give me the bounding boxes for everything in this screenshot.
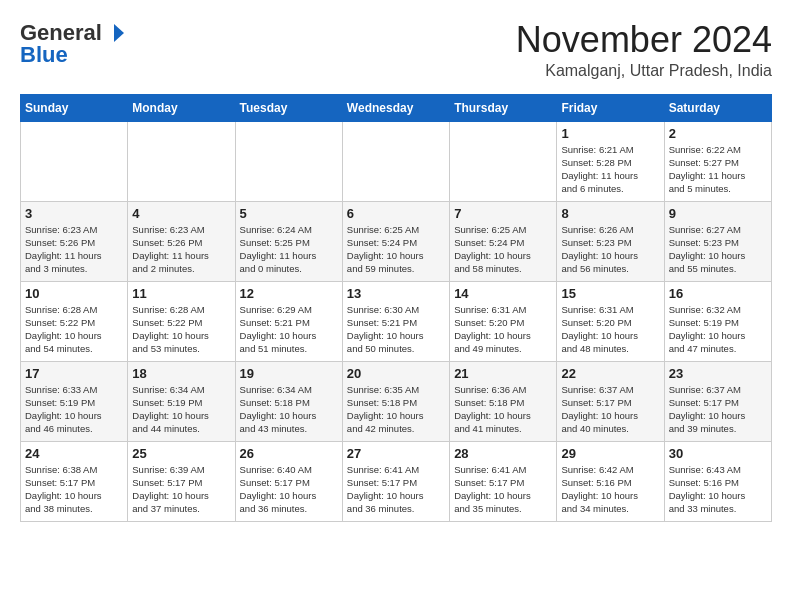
day-info: Sunrise: 6:28 AM Sunset: 5:22 PM Dayligh… xyxy=(132,303,230,356)
calendar-day-cell: 23Sunrise: 6:37 AM Sunset: 5:17 PM Dayli… xyxy=(664,361,771,441)
day-number: 15 xyxy=(561,286,659,301)
page: General Blue November 2024 Kamalganj, Ut… xyxy=(0,0,792,532)
day-number: 7 xyxy=(454,206,552,221)
calendar-day-cell: 9Sunrise: 6:27 AM Sunset: 5:23 PM Daylig… xyxy=(664,201,771,281)
day-number: 11 xyxy=(132,286,230,301)
day-number: 27 xyxy=(347,446,445,461)
location: Kamalganj, Uttar Pradesh, India xyxy=(516,62,772,80)
day-info: Sunrise: 6:34 AM Sunset: 5:18 PM Dayligh… xyxy=(240,383,338,436)
day-number: 26 xyxy=(240,446,338,461)
day-info: Sunrise: 6:38 AM Sunset: 5:17 PM Dayligh… xyxy=(25,463,123,516)
day-info: Sunrise: 6:37 AM Sunset: 5:17 PM Dayligh… xyxy=(561,383,659,436)
day-number: 23 xyxy=(669,366,767,381)
title-area: November 2024 Kamalganj, Uttar Pradesh, … xyxy=(516,20,772,80)
calendar-day-cell xyxy=(128,121,235,201)
day-number: 30 xyxy=(669,446,767,461)
calendar-day-cell: 22Sunrise: 6:37 AM Sunset: 5:17 PM Dayli… xyxy=(557,361,664,441)
calendar-day-cell: 13Sunrise: 6:30 AM Sunset: 5:21 PM Dayli… xyxy=(342,281,449,361)
weekday-header: Friday xyxy=(557,94,664,121)
day-number: 6 xyxy=(347,206,445,221)
day-number: 9 xyxy=(669,206,767,221)
calendar-day-cell: 18Sunrise: 6:34 AM Sunset: 5:19 PM Dayli… xyxy=(128,361,235,441)
day-number: 1 xyxy=(561,126,659,141)
day-info: Sunrise: 6:23 AM Sunset: 5:26 PM Dayligh… xyxy=(25,223,123,276)
calendar-day-cell: 4Sunrise: 6:23 AM Sunset: 5:26 PM Daylig… xyxy=(128,201,235,281)
day-number: 21 xyxy=(454,366,552,381)
calendar-day-cell: 27Sunrise: 6:41 AM Sunset: 5:17 PM Dayli… xyxy=(342,441,449,521)
calendar-day-cell: 1Sunrise: 6:21 AM Sunset: 5:28 PM Daylig… xyxy=(557,121,664,201)
day-info: Sunrise: 6:23 AM Sunset: 5:26 PM Dayligh… xyxy=(132,223,230,276)
weekday-header: Wednesday xyxy=(342,94,449,121)
day-info: Sunrise: 6:27 AM Sunset: 5:23 PM Dayligh… xyxy=(669,223,767,276)
calendar-day-cell: 19Sunrise: 6:34 AM Sunset: 5:18 PM Dayli… xyxy=(235,361,342,441)
day-info: Sunrise: 6:30 AM Sunset: 5:21 PM Dayligh… xyxy=(347,303,445,356)
day-info: Sunrise: 6:25 AM Sunset: 5:24 PM Dayligh… xyxy=(454,223,552,276)
calendar-day-cell: 17Sunrise: 6:33 AM Sunset: 5:19 PM Dayli… xyxy=(21,361,128,441)
day-number: 19 xyxy=(240,366,338,381)
day-info: Sunrise: 6:28 AM Sunset: 5:22 PM Dayligh… xyxy=(25,303,123,356)
day-number: 2 xyxy=(669,126,767,141)
calendar-day-cell xyxy=(342,121,449,201)
day-info: Sunrise: 6:21 AM Sunset: 5:28 PM Dayligh… xyxy=(561,143,659,196)
month-title: November 2024 xyxy=(516,20,772,60)
day-number: 18 xyxy=(132,366,230,381)
day-number: 13 xyxy=(347,286,445,301)
calendar-day-cell: 15Sunrise: 6:31 AM Sunset: 5:20 PM Dayli… xyxy=(557,281,664,361)
weekday-header: Sunday xyxy=(21,94,128,121)
day-info: Sunrise: 6:29 AM Sunset: 5:21 PM Dayligh… xyxy=(240,303,338,356)
calendar-day-cell: 6Sunrise: 6:25 AM Sunset: 5:24 PM Daylig… xyxy=(342,201,449,281)
calendar-day-cell: 24Sunrise: 6:38 AM Sunset: 5:17 PM Dayli… xyxy=(21,441,128,521)
logo-area: General Blue xyxy=(20,20,126,68)
calendar-day-cell: 7Sunrise: 6:25 AM Sunset: 5:24 PM Daylig… xyxy=(450,201,557,281)
calendar-day-cell: 5Sunrise: 6:24 AM Sunset: 5:25 PM Daylig… xyxy=(235,201,342,281)
svg-marker-0 xyxy=(114,24,124,42)
day-info: Sunrise: 6:24 AM Sunset: 5:25 PM Dayligh… xyxy=(240,223,338,276)
calendar-week-row: 10Sunrise: 6:28 AM Sunset: 5:22 PM Dayli… xyxy=(21,281,772,361)
day-number: 12 xyxy=(240,286,338,301)
day-info: Sunrise: 6:39 AM Sunset: 5:17 PM Dayligh… xyxy=(132,463,230,516)
weekday-header: Tuesday xyxy=(235,94,342,121)
day-info: Sunrise: 6:43 AM Sunset: 5:16 PM Dayligh… xyxy=(669,463,767,516)
day-info: Sunrise: 6:31 AM Sunset: 5:20 PM Dayligh… xyxy=(561,303,659,356)
day-info: Sunrise: 6:22 AM Sunset: 5:27 PM Dayligh… xyxy=(669,143,767,196)
day-number: 16 xyxy=(669,286,767,301)
day-info: Sunrise: 6:32 AM Sunset: 5:19 PM Dayligh… xyxy=(669,303,767,356)
day-number: 14 xyxy=(454,286,552,301)
calendar-day-cell xyxy=(450,121,557,201)
day-number: 22 xyxy=(561,366,659,381)
calendar-week-row: 1Sunrise: 6:21 AM Sunset: 5:28 PM Daylig… xyxy=(21,121,772,201)
day-info: Sunrise: 6:35 AM Sunset: 5:18 PM Dayligh… xyxy=(347,383,445,436)
calendar-day-cell: 3Sunrise: 6:23 AM Sunset: 5:26 PM Daylig… xyxy=(21,201,128,281)
calendar-day-cell: 14Sunrise: 6:31 AM Sunset: 5:20 PM Dayli… xyxy=(450,281,557,361)
weekday-header: Monday xyxy=(128,94,235,121)
day-info: Sunrise: 6:41 AM Sunset: 5:17 PM Dayligh… xyxy=(454,463,552,516)
calendar-day-cell: 21Sunrise: 6:36 AM Sunset: 5:18 PM Dayli… xyxy=(450,361,557,441)
calendar-day-cell: 10Sunrise: 6:28 AM Sunset: 5:22 PM Dayli… xyxy=(21,281,128,361)
calendar-day-cell: 16Sunrise: 6:32 AM Sunset: 5:19 PM Dayli… xyxy=(664,281,771,361)
calendar-week-row: 17Sunrise: 6:33 AM Sunset: 5:19 PM Dayli… xyxy=(21,361,772,441)
calendar-header-row: SundayMondayTuesdayWednesdayThursdayFrid… xyxy=(21,94,772,121)
day-number: 4 xyxy=(132,206,230,221)
day-info: Sunrise: 6:42 AM Sunset: 5:16 PM Dayligh… xyxy=(561,463,659,516)
day-number: 10 xyxy=(25,286,123,301)
day-number: 25 xyxy=(132,446,230,461)
calendar-day-cell: 29Sunrise: 6:42 AM Sunset: 5:16 PM Dayli… xyxy=(557,441,664,521)
calendar-day-cell: 28Sunrise: 6:41 AM Sunset: 5:17 PM Dayli… xyxy=(450,441,557,521)
calendar-day-cell: 20Sunrise: 6:35 AM Sunset: 5:18 PM Dayli… xyxy=(342,361,449,441)
day-info: Sunrise: 6:25 AM Sunset: 5:24 PM Dayligh… xyxy=(347,223,445,276)
day-number: 29 xyxy=(561,446,659,461)
day-number: 5 xyxy=(240,206,338,221)
calendar-day-cell: 25Sunrise: 6:39 AM Sunset: 5:17 PM Dayli… xyxy=(128,441,235,521)
calendar-day-cell: 12Sunrise: 6:29 AM Sunset: 5:21 PM Dayli… xyxy=(235,281,342,361)
weekday-header: Thursday xyxy=(450,94,557,121)
calendar-week-row: 24Sunrise: 6:38 AM Sunset: 5:17 PM Dayli… xyxy=(21,441,772,521)
calendar-day-cell: 11Sunrise: 6:28 AM Sunset: 5:22 PM Dayli… xyxy=(128,281,235,361)
weekday-header: Saturday xyxy=(664,94,771,121)
calendar-day-cell: 26Sunrise: 6:40 AM Sunset: 5:17 PM Dayli… xyxy=(235,441,342,521)
day-number: 20 xyxy=(347,366,445,381)
day-info: Sunrise: 6:31 AM Sunset: 5:20 PM Dayligh… xyxy=(454,303,552,356)
logo-blue: Blue xyxy=(20,42,68,68)
day-number: 17 xyxy=(25,366,123,381)
calendar-table: SundayMondayTuesdayWednesdayThursdayFrid… xyxy=(20,94,772,522)
day-number: 3 xyxy=(25,206,123,221)
